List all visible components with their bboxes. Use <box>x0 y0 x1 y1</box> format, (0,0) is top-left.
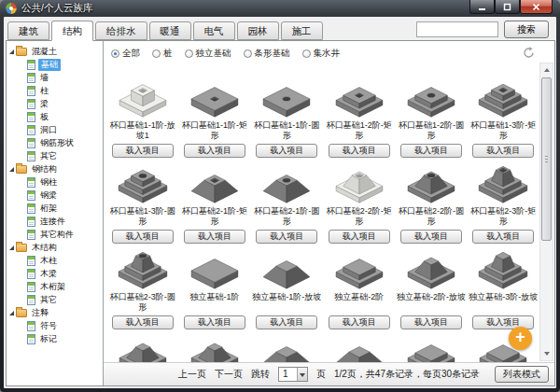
item-thumbnail[interactable] <box>402 77 460 119</box>
load-project-button[interactable]: 载入项目 <box>112 144 174 158</box>
tree-item[interactable]: 木桁架 <box>7 280 103 293</box>
page-select[interactable]: 1 <box>278 367 308 382</box>
tree-item[interactable]: 木柱 <box>7 254 103 267</box>
close-button[interactable] <box>520 0 553 14</box>
tree-item[interactable]: 钢筋形状 <box>7 136 103 149</box>
titlebar[interactable]: 公共/个人云族库 <box>0 0 560 17</box>
item-thumbnail[interactable] <box>114 334 172 363</box>
load-project-button[interactable]: 载入项目 <box>329 315 390 329</box>
load-project-button[interactable]: 载入项目 <box>472 144 534 158</box>
tree-group-gangjiegou[interactable]: 钢结构 <box>7 162 103 175</box>
search-input[interactable] <box>416 21 498 37</box>
item-thumbnail[interactable] <box>330 162 388 205</box>
filter-radio-sump[interactable]: 集水井 <box>302 48 341 60</box>
tab-shigong[interactable]: 施工 <box>281 21 323 40</box>
tree-item[interactable]: 桁架 <box>7 202 103 215</box>
item-thumbnail[interactable] <box>258 334 315 363</box>
item-thumbnail[interactable] <box>474 162 532 205</box>
tree-item[interactable]: 基础 <box>7 58 103 71</box>
filter-label: 桩 <box>163 48 173 60</box>
load-project-button[interactable]: 载入项目 <box>256 144 317 158</box>
filter-radio-strip[interactable]: 条形基础 <box>244 48 290 60</box>
tree-item[interactable]: 钢柱 <box>7 175 103 189</box>
item-thumbnail[interactable] <box>330 77 388 119</box>
tree-item[interactable]: 连接件 <box>7 215 103 228</box>
folder-icon <box>16 309 27 317</box>
tree-item[interactable]: 标记 <box>7 332 103 345</box>
scroll-down-icon[interactable] <box>540 347 553 360</box>
tree-item[interactable]: 柱 <box>7 84 103 97</box>
load-project-button[interactable]: 载入项目 <box>329 144 390 158</box>
tree-group-mujiegou[interactable]: 木结构 <box>7 241 103 254</box>
tab-dianqi[interactable]: 电气 <box>193 21 235 40</box>
load-project-button[interactable]: 载入项目 <box>472 230 534 244</box>
tree-expand-icon[interactable] <box>9 311 14 315</box>
list-mode-button[interactable]: 列表模式 <box>495 366 549 383</box>
document-icon <box>27 112 35 122</box>
item-thumbnail[interactable] <box>114 248 172 291</box>
item-thumbnail[interactable] <box>402 162 460 205</box>
filter-radio-independent[interactable]: 独立基础 <box>185 48 231 60</box>
load-project-button[interactable]: 载入项目 <box>112 315 174 329</box>
tree-expand-icon[interactable] <box>9 245 14 250</box>
load-project-button[interactable]: 载入项目 <box>400 144 462 158</box>
item-thumbnail[interactable] <box>186 162 244 205</box>
filter-radio-all[interactable]: 全部 <box>111 48 140 60</box>
tree-item[interactable]: 木梁 <box>7 267 103 280</box>
refresh-icon[interactable] <box>523 46 535 58</box>
item-thumbnail[interactable] <box>186 77 244 119</box>
next-page-link[interactable]: 下一页 <box>215 368 243 381</box>
tab-jianzhu[interactable]: 建筑 <box>7 21 49 40</box>
load-project-button[interactable]: 载入项目 <box>184 144 245 158</box>
tree-item[interactable]: 钢梁 <box>7 189 103 202</box>
tree-group-hunningtu[interactable]: 混凝土 <box>7 45 103 58</box>
tab-nuantong[interactable]: 暖通 <box>149 21 191 40</box>
item-thumbnail[interactable] <box>474 248 532 291</box>
load-project-button[interactable]: 载入项目 <box>184 315 245 329</box>
item-label: 杯口基础2-2阶-矩形 <box>324 206 395 228</box>
item-thumbnail[interactable] <box>330 248 388 291</box>
item-thumbnail[interactable] <box>114 162 172 205</box>
add-button[interactable]: + <box>509 327 532 350</box>
item-thumbnail[interactable] <box>402 248 460 291</box>
tab-jiegou[interactable]: 结构 <box>51 21 93 41</box>
tree-item[interactable]: 其它 <box>7 293 103 306</box>
tree-group-zhushi[interactable]: 注释 <box>7 306 103 319</box>
load-project-button[interactable]: 载入项目 <box>256 230 317 244</box>
load-project-button[interactable]: 载入项目 <box>400 230 462 244</box>
item-thumbnail[interactable] <box>186 248 244 291</box>
prev-page-link[interactable]: 上一页 <box>178 368 206 381</box>
load-project-button[interactable]: 载入项目 <box>184 230 245 244</box>
tree-expand-icon[interactable] <box>9 49 14 54</box>
filter-radio-pile[interactable]: 桩 <box>152 48 173 60</box>
tree-expand-icon[interactable] <box>9 167 14 172</box>
scroll-up-icon[interactable] <box>540 63 553 77</box>
scrollbar-thumb[interactable] <box>541 77 552 241</box>
item-thumbnail[interactable] <box>330 334 388 363</box>
tree-item[interactable]: 其它构件 <box>7 228 103 241</box>
load-project-button[interactable]: 载入项目 <box>329 230 390 244</box>
tree-item[interactable]: 板 <box>7 110 103 123</box>
tree-item[interactable]: 符号 <box>7 319 103 332</box>
tree-item[interactable]: 梁 <box>7 97 103 110</box>
tab-geipaishui[interactable]: 给排水 <box>95 21 147 40</box>
search-button[interactable]: 搜索 <box>504 21 549 38</box>
vertical-scrollbar[interactable] <box>539 63 553 361</box>
item-thumbnail[interactable] <box>474 77 532 119</box>
item-thumbnail[interactable] <box>402 334 460 363</box>
item-thumbnail[interactable] <box>258 248 315 291</box>
item-thumbnail[interactable] <box>186 334 244 363</box>
item-thumbnail[interactable] <box>114 77 172 119</box>
tree-item[interactable]: 其它 <box>7 149 103 162</box>
item-thumbnail[interactable] <box>258 162 315 205</box>
item-thumbnail[interactable] <box>258 77 315 119</box>
load-project-button[interactable]: 载入项目 <box>256 315 317 329</box>
maximize-button[interactable] <box>495 0 520 14</box>
tab-yuanlin[interactable]: 园林 <box>237 21 279 40</box>
load-project-button[interactable]: 载入项目 <box>112 230 174 244</box>
minimize-button[interactable] <box>469 0 495 14</box>
tree-item[interactable]: 洞口 <box>7 123 103 136</box>
item-label: 杯口基础1-1阶-圆形 <box>251 120 322 142</box>
load-project-button[interactable]: 载入项目 <box>400 315 462 329</box>
tree-item[interactable]: 墙 <box>7 71 103 84</box>
